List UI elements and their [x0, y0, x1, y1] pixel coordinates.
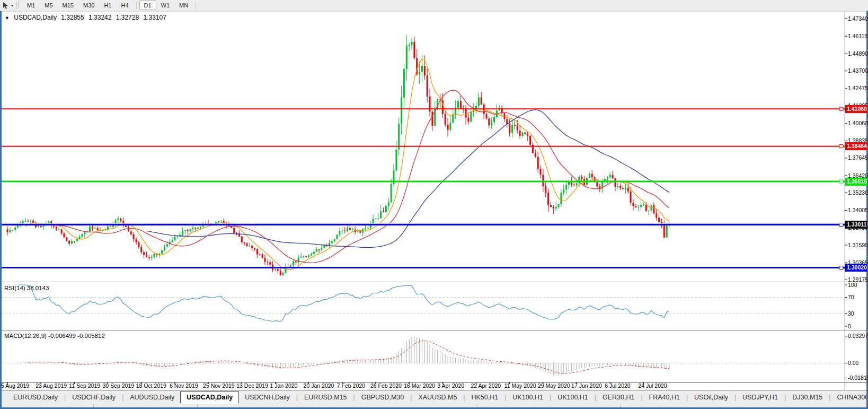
- price-tick-label: 1.42475: [848, 85, 868, 92]
- price-level-badge: 1.41060: [845, 105, 867, 113]
- date-tick-label: 22 Apr 2020: [471, 382, 501, 389]
- date-tick-label: 6 Jul 2020: [605, 382, 630, 389]
- date-tick-label: 3 Apr 2020: [437, 382, 464, 389]
- date-tick-label: 30 Sep 2019: [103, 382, 135, 389]
- date-tick-label: 29 May 2020: [538, 382, 570, 389]
- ohlc-high: 1.33242: [88, 14, 111, 21]
- tab-audusd-daily[interactable]: AUDUSD,Daily: [124, 392, 180, 403]
- date-tick-label: 7 Feb 2020: [337, 382, 365, 389]
- tab-xauusd-m5[interactable]: XAUUSD,M5: [412, 392, 463, 403]
- date-tick-label: 23 Aug 2019: [36, 382, 67, 389]
- price-tick-label: 1.35230: [848, 189, 868, 196]
- tab-hk50-h1[interactable]: HK50,H1: [465, 392, 504, 403]
- tab-china300-h4[interactable]: CHINA300,H4: [831, 392, 868, 403]
- tab-usoil-daily[interactable]: USOil,Daily: [688, 392, 734, 403]
- date-tick-label: 13 Dec 2019: [236, 382, 268, 389]
- price-tick-label: 1.46115: [848, 33, 868, 40]
- rsi-scale-label: 30: [848, 310, 868, 317]
- rsi-scale-label: 0: [848, 323, 868, 330]
- date-tick-label: 18 Oct 2019: [136, 382, 166, 389]
- date-tick-label: 26 Feb 2020: [370, 382, 402, 389]
- ohlc-low: 1.32728: [116, 14, 139, 21]
- tab-dj30-m15[interactable]: DJ30,M15: [786, 392, 828, 403]
- tab-eurusd-daily[interactable]: EURUSD,Daily: [7, 392, 64, 403]
- price-tick-label: 1.40060: [848, 120, 868, 127]
- ohlc-open: 1.32855: [61, 14, 84, 21]
- date-tick-label: 5 Aug 2019: [1, 382, 29, 389]
- date-tick-label: 16 Mar 2020: [404, 382, 435, 389]
- date-tick-label: 17 Jun 2020: [571, 382, 602, 389]
- price-level-badge: 1.36015: [845, 178, 867, 186]
- macd-scale-label: 0.032972: [848, 333, 868, 340]
- date-tick-label: 25 Nov 2019: [203, 382, 235, 389]
- price-tick-label: 1.34005: [848, 207, 868, 214]
- chart-title: ▼ USDCAD,Daily 1.32855 1.33242 1.32728 1…: [5, 14, 169, 21]
- rsi-pane-label: RSI(14) 38.0143: [4, 285, 49, 291]
- tab-uk100-h1[interactable]: UK100,H1: [552, 392, 594, 403]
- price-tick-label: 1.31590: [848, 242, 868, 249]
- rsi-scale-label: 100: [848, 282, 868, 289]
- price-level-badge: 1.33011: [845, 221, 867, 229]
- price-level-badge: 1.30020: [845, 264, 867, 272]
- price-tick-label: 1.47340: [848, 15, 868, 22]
- tab-usdcad-daily[interactable]: USDCAD,Daily: [180, 391, 239, 404]
- mt4-terminal-window: ▾ M1M5M15M30H1H4D1W1MN ▼ USDCAD,Daily 1.…: [0, 0, 868, 409]
- symbol-dropdown-icon: ▼: [5, 15, 10, 21]
- macd-scale-label: 0.00: [848, 360, 868, 367]
- tab-usdcnh-daily[interactable]: USDCNH,Daily: [239, 392, 296, 403]
- date-tick-label: 24 Jul 2020: [638, 382, 667, 389]
- chart-tab-bar: EURUSD,Daily|USDCHF,Daily|AUDUSD,DailyUS…: [0, 390, 868, 404]
- date-tick-label: 11 May 2020: [504, 382, 536, 389]
- rsi-scale-label: 70: [848, 294, 868, 301]
- chart-canvas[interactable]: [0, 0, 868, 409]
- window-border-left: [0, 11, 2, 409]
- price-tick-label: 1.37645: [848, 154, 868, 161]
- date-tick-label: 1 Jan 2020: [270, 382, 297, 389]
- macd-pane-label: MACD(12,26,9) -0.006499 -0.005812: [4, 333, 105, 339]
- date-tick-label: 11 Sep 2019: [69, 382, 100, 389]
- tab-ger30-h1[interactable]: GER30,H1: [597, 392, 640, 403]
- date-tick-label: 6 Nov 2019: [170, 382, 198, 389]
- date-tick-label: 20 Jan 2020: [304, 382, 334, 389]
- tab-eurusd-m15[interactable]: EURUSD,M15: [298, 392, 353, 403]
- price-level-badge: 1.38464: [845, 142, 867, 150]
- tab-usdchf-daily[interactable]: USDCHF,Daily: [66, 392, 121, 403]
- tab-usdjpy-h1[interactable]: USDJPY,H1: [737, 392, 784, 403]
- tab-fra40-h1[interactable]: FRA40,H1: [643, 392, 686, 403]
- price-tick-label: 1.43700: [848, 67, 868, 74]
- tab-uk100-h1[interactable]: UK100,H1: [507, 392, 549, 403]
- tab-gbpusd-m30[interactable]: GBPUSD,M30: [356, 392, 410, 403]
- chart-symbol-period: USDCAD,Daily: [14, 14, 57, 21]
- macd-scale-label: -0.018154: [848, 375, 868, 381]
- ohlc-close: 1.33107: [144, 14, 166, 21]
- price-tick-label: 1.44890: [848, 50, 868, 57]
